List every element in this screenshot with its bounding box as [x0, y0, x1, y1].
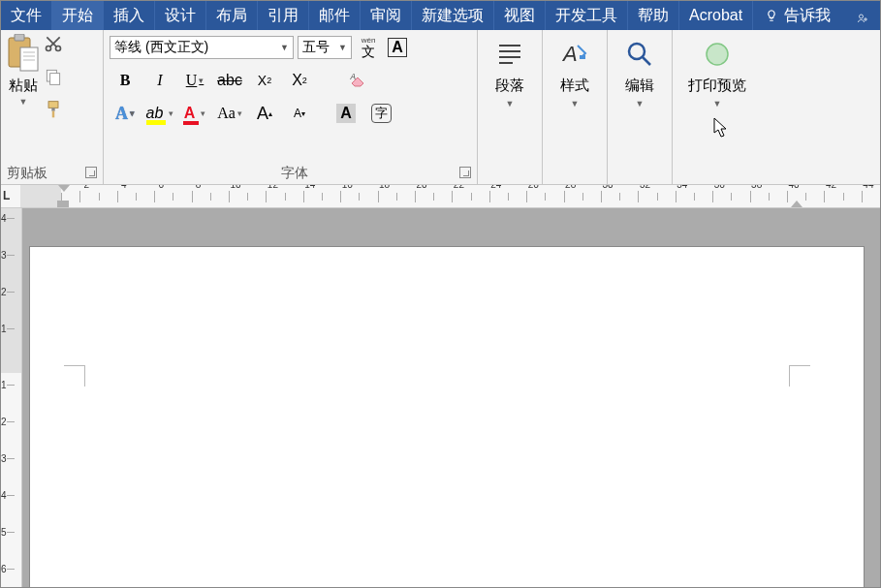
editing-label: 编辑	[625, 77, 654, 95]
clipboard-icon	[7, 34, 40, 73]
print-preview-button[interactable]: 打印预览 ▼	[678, 34, 756, 112]
format-painter-icon[interactable]	[44, 100, 63, 119]
ribbon: 粘贴 ▼ 剪贴板 等线 (西文正文)▼ 五号▼	[1, 30, 880, 185]
document-page[interactable]	[30, 247, 864, 588]
font-size-value: 五号	[302, 39, 330, 56]
styles-dropdown-icon[interactable]: ▼	[571, 99, 580, 108]
eraser-icon: A	[349, 72, 366, 89]
paste-dropdown-icon[interactable]: ▼	[19, 97, 28, 107]
change-case-button[interactable]: Aa▾	[214, 100, 245, 127]
share-icon[interactable]	[857, 7, 874, 24]
tab-view[interactable]: 视图	[494, 1, 546, 30]
font-name-select[interactable]: 等线 (西文正文)▼	[110, 36, 294, 59]
enclose-characters-button[interactable]: 字	[365, 100, 396, 127]
svg-rect-14	[50, 74, 60, 85]
styles-icon: A	[558, 38, 591, 71]
styles-button[interactable]: A 样式 ▼	[549, 34, 601, 112]
font-name-value: 等线 (西文正文)	[114, 39, 208, 56]
svg-rect-4	[15, 34, 24, 41]
paste-button[interactable]: 粘贴 ▼	[7, 34, 40, 119]
underline-button[interactable]: U ▾	[179, 67, 210, 94]
print-preview-dropdown-icon[interactable]: ▼	[713, 99, 722, 108]
svg-rect-15	[48, 102, 58, 108]
wen-char: 文	[362, 45, 376, 58]
shrink-font-button[interactable]: A▾	[284, 100, 315, 127]
paragraph-icon	[493, 38, 526, 71]
group-clipboard: 粘贴 ▼ 剪贴板	[1, 30, 104, 184]
svg-text:A: A	[561, 42, 578, 66]
superscript-button[interactable]: X2	[284, 67, 315, 94]
highlight-button[interactable]: ab▾	[144, 100, 175, 127]
tell-me-box[interactable]: 告诉我	[755, 1, 840, 30]
subscript-button[interactable]: X2	[249, 67, 280, 94]
svg-text:A: A	[350, 73, 357, 81]
tab-file[interactable]: 文件	[1, 1, 52, 30]
paste-label: 粘贴	[9, 77, 38, 95]
tab-home[interactable]: 开始	[52, 1, 104, 30]
tab-references[interactable]: 引用	[258, 1, 309, 30]
character-border-button[interactable]: A	[385, 34, 410, 61]
paragraph-label: 段落	[495, 77, 524, 95]
font-launcher-icon[interactable]	[459, 167, 471, 178]
bold-button[interactable]: B	[110, 67, 141, 94]
font-color-button[interactable]: A▾	[179, 100, 210, 127]
tab-new-option[interactable]: 新建选项	[412, 1, 494, 30]
svg-rect-5	[20, 47, 38, 71]
left-indent-marker[interactable]	[57, 185, 71, 208]
phonetic-guide-button[interactable]: wén 文	[356, 34, 381, 61]
tab-mail[interactable]: 邮件	[309, 1, 361, 30]
page-area[interactable]	[22, 208, 880, 588]
svg-point-26	[629, 44, 645, 59]
editing-dropdown-icon[interactable]: ▼	[636, 99, 645, 108]
editing-button[interactable]: 编辑 ▼	[614, 34, 666, 112]
vertical-ruler[interactable]	[1, 208, 22, 588]
group-font: 等线 (西文正文)▼ 五号▼ wén 文 A B I U ▾ abc X2	[104, 30, 478, 184]
cut-icon[interactable]	[44, 34, 63, 53]
tab-layout[interactable]: 布局	[206, 1, 258, 30]
character-shading-button[interactable]: A	[330, 100, 362, 127]
cursor-icon	[713, 117, 731, 139]
tab-insert[interactable]: 插入	[104, 1, 155, 30]
strikethrough-button[interactable]: abc	[214, 67, 245, 94]
horizontal-ruler[interactable]: L	[1, 185, 880, 208]
right-indent-marker[interactable]	[791, 201, 802, 207]
tab-acrobat[interactable]: Acrobat	[679, 1, 753, 30]
italic-button[interactable]: I	[144, 67, 175, 94]
text-effects-button[interactable]: A▾	[110, 100, 141, 127]
margin-corner-tl	[64, 365, 85, 387]
font-size-select[interactable]: 五号▼	[298, 36, 352, 59]
group-editing: 编辑 ▼	[608, 30, 673, 184]
circle-icon	[701, 38, 734, 71]
svg-rect-25	[580, 55, 585, 59]
svg-rect-16	[51, 108, 54, 110]
tab-developer[interactable]: 开发工具	[546, 1, 628, 30]
clipboard-group-label: 剪贴板	[7, 163, 47, 182]
group-styles: A 样式 ▼	[543, 30, 608, 184]
grow-font-button[interactable]: A▴	[249, 100, 280, 127]
search-icon	[623, 38, 656, 71]
print-preview-label: 打印预览	[688, 77, 746, 95]
tell-me-label: 告诉我	[784, 6, 831, 26]
styles-label: 样式	[560, 77, 589, 95]
clear-formatting-button[interactable]: A	[342, 67, 373, 94]
tab-selector-icon[interactable]: L	[3, 189, 10, 202]
paragraph-button[interactable]: 段落 ▼	[484, 34, 536, 112]
tab-design[interactable]: 设计	[155, 1, 206, 30]
svg-point-0	[860, 15, 864, 18]
paragraph-dropdown-icon[interactable]: ▼	[506, 99, 515, 108]
tab-help[interactable]: 帮助	[628, 1, 679, 30]
group-paragraph: 段落 ▼	[478, 30, 543, 184]
lightbulb-icon	[765, 9, 778, 22]
tab-review[interactable]: 审阅	[361, 1, 412, 30]
svg-point-28	[707, 44, 728, 65]
font-group-label: 字体	[129, 163, 459, 182]
workspace	[1, 208, 880, 588]
copy-icon[interactable]	[44, 67, 63, 86]
margin-corner-tr	[789, 365, 810, 387]
svg-line-27	[643, 57, 650, 65]
ribbon-tabs: 文件 开始 插入 设计 布局 引用 邮件 审阅 新建选项 视图 开发工具 帮助 …	[1, 1, 880, 30]
clipboard-launcher-icon[interactable]	[85, 167, 97, 178]
group-print-preview: 打印预览 ▼	[673, 30, 762, 184]
